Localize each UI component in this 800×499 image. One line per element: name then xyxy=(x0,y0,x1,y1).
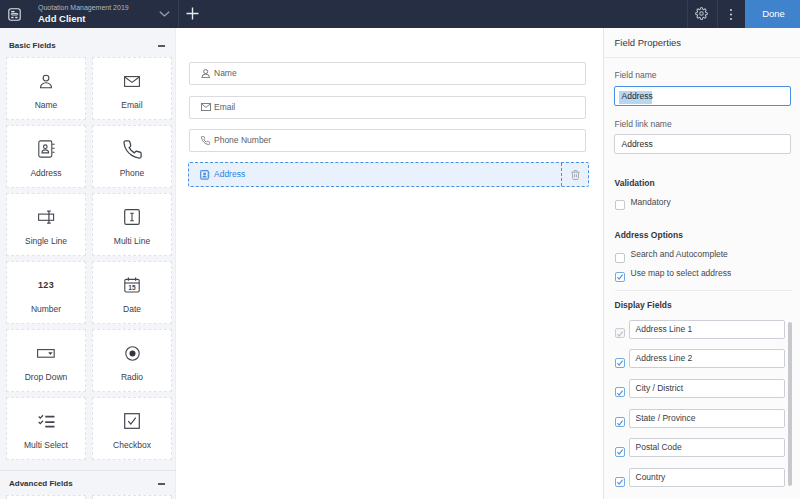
svg-text:15: 15 xyxy=(128,284,136,291)
